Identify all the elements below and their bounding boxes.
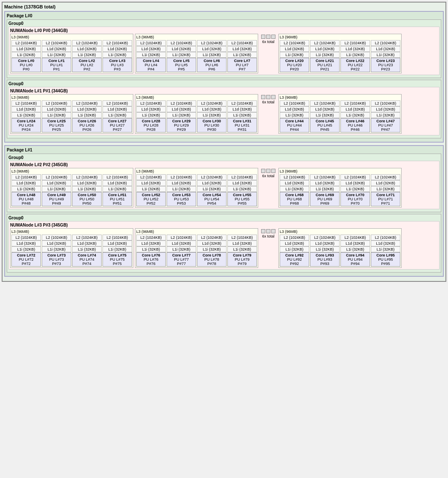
l1d-cache: L1d (32KB) [103,46,132,52]
l3-left-3: L3 (96MB) L2 (1024KB)L2 (1024KB)L2 (1024… [10,228,133,268]
core-cell: Core L#75PU L#75P#75 [103,252,132,267]
core-cell: Core L#28PU L#28P#28 [136,118,166,132]
l2-cache: L2 (1024KB) [42,40,71,46]
core-cell: Core L#23PU L#23P#23 [371,58,400,72]
core-cell: Core L#70PU L#70P#70 [340,192,370,206]
l1i-cache: L1i (32KB) [103,52,132,58]
spacer-icon [261,35,265,39]
core-cell: Core L#48PU L#48P#48 [11,192,41,206]
l1i-cache: L1i (32KB) [72,52,102,58]
l1d-cache: L1d (32KB) [42,46,71,52]
spacer-2: 6x total [260,168,277,179]
core-cell: Core L#44PU L#44P#44 [280,118,309,132]
core-cell: Core L#93PU L#93P#93 [310,252,340,267]
spacer-text: 6x total [262,40,274,44]
core-cell: Core L#24PU L#24P#24 [11,118,41,132]
group-1-0-title: Group0 [8,155,440,160]
core-cell: Core L#25PU L#25P#25 [42,118,71,132]
core-cell: Core L#77PU L#77P#77 [167,252,196,267]
l3-right-1: L3 (96MB) L2 (1024KB)L2 (1024KB)L2 (1024… [278,94,402,134]
group-1-1: Group0 NUMANode L#3 P#3 (345GB) L3 (96MB… [7,214,441,273]
group-0-0: Group0 NUMANode L#0 P#0 (344GB) L3 (96MB… [7,19,441,78]
core-cell: Core L#50PU L#50P#50 [72,192,102,206]
core-cell: Core L#6PU L#6P#6 [197,58,227,72]
core-cell: Core L#27PU L#27P#27 [103,118,132,132]
core-cell: Core L#73PU L#73P#73 [42,252,71,267]
core-cell: Core L#68PU L#68P#68 [280,192,309,206]
package-1-title: Package L#1 [7,148,441,152]
core-cell: Core L#21PU L#21P#21 [310,58,340,72]
l3-right-3: L3 (96MB) L2 (1024KB)L2 (1024KB)L2 (1024… [278,228,402,268]
core-cell: Core L#7PU L#7P#7 [227,58,257,72]
core-cell: Core L#22PU L#22P#22 [340,58,370,72]
core-cell: Core L#74PU L#74P#74 [72,252,102,267]
core-cell: Core L#1PU L#1P#1 [42,58,71,72]
core-cell: Core L#26PU L#26P#26 [72,118,102,132]
spacer-3: 6x total [260,228,277,239]
group-0-1: Group0 NUMANode L#1 P#1 (344GB) L3 (96MB… [7,80,441,138]
numa-node-2-title: NUMANode L#2 P#2 (345GB) [10,162,438,167]
core-cell: Core L#4PU L#4P#4 [136,58,166,72]
package-0-title: Package L#0 [7,14,441,18]
group-1-1-title: Group0 [8,216,440,220]
numa-node-0-title: NUMANode L#0 P#0 (344GB) [10,28,438,33]
core-cell: Core L#47PU L#47P#47 [371,118,400,132]
l1i-cache: L1i (32KB) [11,52,41,58]
core-cell: Core L#46PU L#46P#46 [340,118,370,132]
spacer-icon [266,35,270,39]
core-cell: Core L#95PU L#95P#95 [371,252,400,267]
core-cell: Core L#69PU L#69P#69 [310,192,340,206]
l3-left-1: L3 (96MB) L2 (1024KB)L2 (1024KB)L2 (1024… [10,94,133,134]
core-cell: Core L#54PU L#54P#54 [197,192,227,206]
core-cell: Core L#30PU L#30P#30 [197,118,227,132]
core-cell: Core L#31PU L#31P#31 [227,118,257,132]
l3-right-0: L3 (96MB) L2 (1024KB)L2 (1024KB)L2 (1024… [278,34,402,73]
core-cell: Core L#76PU L#76P#76 [136,252,166,267]
core-cell: Core L#94PU L#94P#94 [340,252,370,267]
l3-mid-0-label: L3 (96MB) [136,35,257,39]
l3-right-0-label: L3 (96MB) [280,35,400,39]
spacer-icons [261,35,275,39]
l3-left-0-label: L3 (96MB) [11,35,132,39]
l2-cache: L2 (1024KB) [103,40,132,46]
l3-mid-3: L3 (96MB) L2 (1024KB)L2 (1024KB)L2 (1024… [135,228,258,268]
core-cell: Core L#52PU L#52P#52 [136,192,166,206]
l2-cache: L2 (1024KB) [72,40,102,46]
core-cell: Core L#72PU L#72P#72 [11,252,41,267]
l1d-cache: L1d (32KB) [72,46,102,52]
core-cell: Core L#0PU L#0P#0 [11,58,41,72]
numa-node-2: NUMANode L#2 P#2 (345GB) L3 (96MB) L2 (1… [8,161,440,209]
group-0-0-title: Group0 [8,21,440,26]
package-0: Package L#0 Group0 NUMANode L#0 P#0 (344… [4,11,444,143]
l2-cache: L2 (1024KB) [11,40,41,46]
l1d-cache: L1d (32KB) [11,46,41,52]
machine: Machine (1378GB total) Package L#0 Group… [2,2,446,282]
core-cell: Core L#2PU L#2P#2 [72,58,102,72]
l3-left-2: L3 (96MB) L2 (1024KB)L2 (1024KB)L2 (1024… [10,168,133,208]
l3-mid-2: L3 (96MB) L2 (1024KB)L2 (1024KB)L2 (1024… [135,168,258,208]
core-cell: Core L#71PU L#71P#71 [371,192,400,206]
l3-mid-1: L3 (96MB) L2 (1024KB)L2 (1024KB)L2 (1024… [135,94,258,134]
package-1: Package L#1 Group0 NUMANode L#2 P#2 (345… [4,145,444,277]
l3-mid-0: L3 (96MB) L2 (1024KB)L2 (1024KB)L2 (1024… [135,34,258,73]
core-cell: Core L#92PU L#92P#92 [280,252,309,267]
core-cell: Core L#3PU L#3P#3 [103,58,132,72]
numa-node-1-title: NUMANode L#1 P#1 (344GB) [10,89,438,93]
group-1-0: Group0 NUMANode L#2 P#2 (345GB) L3 (96MB… [7,154,441,212]
core-cell: Core L#29PU L#29P#29 [167,118,196,132]
l3-right-2: L3 (96MB) L2 (1024KB)L2 (1024KB)L2 (1024… [278,168,402,208]
numa-node-3: NUMANode L#3 P#3 (345GB) L3 (96MB) L2 (1… [8,221,440,270]
core-cell: Core L#79PU L#79P#79 [227,252,257,267]
core-cell: Core L#78PU L#78P#78 [197,252,227,267]
numa-node-3-title: NUMANode L#3 P#3 (345GB) [10,223,438,227]
spacer-icon [271,35,275,39]
l3-left-0: L3 (96MB) L2 (1024KB)L2 (1024KB)L2 (1024… [10,34,133,73]
numa-node-0: NUMANode L#0 P#0 (344GB) L3 (96MB) L2 (1… [8,27,440,75]
core-cell: Core L#53PU L#53P#53 [167,192,196,206]
numa-node-1: NUMANode L#1 P#1 (344GB) L3 (96MB) L2 (1… [8,87,440,135]
core-cell: Core L#20PU L#20P#20 [280,58,309,72]
core-cell: Core L#5PU L#5P#5 [167,58,196,72]
core-cell: Core L#45PU L#45P#45 [310,118,340,132]
core-cell: Core L#49PU L#49P#49 [42,192,71,206]
core-cell: Core L#51PU L#51P#51 [103,192,132,206]
